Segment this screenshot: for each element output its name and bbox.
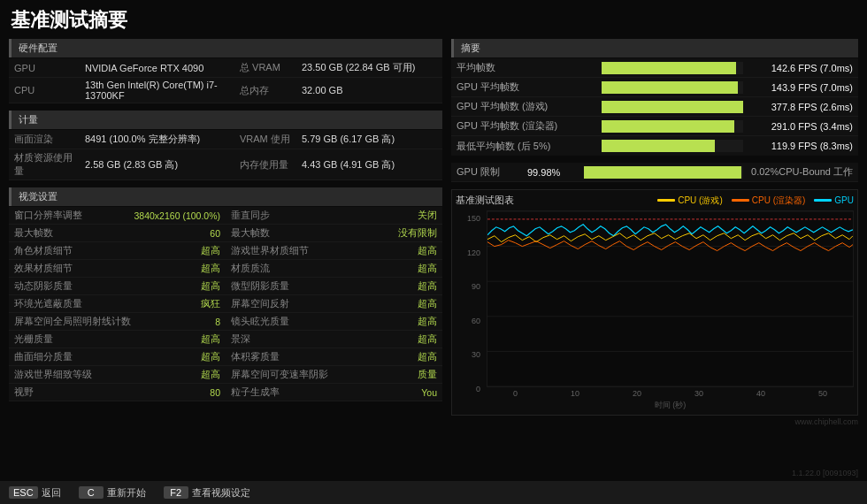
setting-label: 屏幕空间可变速率阴影 — [226, 368, 363, 382]
mat-label: 材质资源使用量 — [9, 149, 80, 179]
chart-header: 基准测试图表 CPU (游戏)CPU (渲染器)GPU — [456, 194, 854, 207]
summary-row-value: 291.0 FPS (3.4ms) — [747, 121, 853, 132]
calc-section-header: 计量 — [9, 111, 442, 129]
setting-label: 光栅质量 — [9, 332, 146, 347]
setting-row: 视野80 — [9, 384, 226, 401]
bottom-btn-f2[interactable]: F2查看视频设定 — [164, 486, 250, 500]
y-label-150: 150 — [456, 214, 482, 223]
legend-label: GPU — [834, 195, 854, 205]
chart-title: 基准测试图表 — [456, 194, 514, 207]
setting-row: 光栅质量超高 — [9, 331, 226, 348]
summary-row-value: 119.9 FPS (8.3ms) — [747, 141, 853, 151]
setting-label: 垂直同步 — [226, 209, 363, 223]
setting-value: 超高 — [363, 279, 442, 294]
gpu-limit-label: GPU 限制 — [457, 165, 527, 179]
mem-label: 内存使用量 — [234, 149, 296, 179]
setting-row: 效果材质细节超高 — [9, 260, 226, 278]
setting-row: 屏幕空间全局照明射线计数8 — [9, 313, 226, 331]
key-badge: F2 — [164, 486, 188, 499]
summary-row-value: 142.6 FPS (7.0ms) — [747, 63, 853, 73]
setting-label: 动态阴影质量 — [9, 279, 146, 294]
vram-label: 总 VRAM — [234, 58, 296, 77]
setting-row: 材质质流超高 — [226, 260, 442, 278]
gpu-limit-block: GPU 限制 99.98% 0.02%CPU-Bound 工作 — [451, 163, 858, 182]
setting-row: 最大帧数60 — [9, 225, 226, 242]
y-label-0: 0 — [456, 385, 482, 393]
setting-label: 屏幕空间反射 — [226, 297, 363, 311]
legend-item: GPU — [814, 195, 854, 207]
mem-value: 4.43 GB (4.91 GB 高) — [296, 149, 442, 179]
summary-row-value: 377.8 FPS (2.6ms) — [747, 102, 853, 112]
render-value: 8491 (100.0% 完整分辨率) — [80, 130, 226, 149]
y-label-30: 30 — [456, 350, 482, 359]
x-label-40: 40 — [756, 389, 765, 398]
summary-row: 平均帧数 142.6 FPS (7.0ms) — [451, 58, 858, 78]
summary-bar — [602, 81, 738, 94]
settings-grid: 窗口分辨率调整3840x2160 (100.0%)垂直同步关闭最大帧数60最大帧… — [9, 207, 442, 401]
summary-row: GPU 平均帧数 143.9 FPS (7.0ms) — [451, 78, 858, 97]
bottom-btn-c[interactable]: C重新开始 — [79, 486, 146, 500]
setting-row: 粒子生成率You — [226, 384, 442, 401]
setting-label: 最大帧数 — [9, 226, 146, 241]
gpu-value: NVIDIA GeForce RTX 4090 — [80, 58, 226, 77]
setting-value: 超高 — [363, 297, 442, 311]
y-label-60: 60 — [456, 317, 482, 325]
summary-row-label: 最低平均帧数 (后 5%) — [457, 140, 598, 153]
setting-row: 镜头眩光质量超高 — [226, 313, 442, 331]
table-row: CPU 13th Gen Intel(R) Core(TM) i7-13700K… — [9, 78, 442, 103]
setting-value: 8 — [146, 316, 226, 328]
summary-row-label: 平均帧数 — [457, 61, 598, 74]
setting-value: 没有限制 — [363, 226, 442, 241]
setting-label: 环境光遮蔽质量 — [9, 297, 146, 311]
summary-row-label: GPU 平均帧数 (游戏) — [457, 100, 598, 113]
signature: www.chiphell.com — [451, 417, 858, 426]
setting-label: 游戏世界材质细节 — [226, 244, 363, 258]
setting-label: 屏幕空间全局照明射线计数 — [9, 315, 146, 329]
summary-bar-container — [602, 120, 743, 133]
gpu-limit-value: 99.98% — [527, 167, 580, 178]
setting-value: 3840x2160 (100.0%) — [129, 210, 226, 222]
setting-value: 超高 — [363, 350, 442, 364]
cpu-bound-label: 0.02%CPU-Bound 工作 — [747, 165, 853, 179]
setting-row: 角色材质细节超高 — [9, 242, 226, 260]
btn-label: 返回 — [42, 486, 61, 500]
cpu-label: CPU — [9, 78, 80, 103]
summary-section-header: 摘要 — [451, 39, 858, 57]
summary-bar-container — [602, 140, 743, 152]
x-label-10: 10 — [571, 389, 579, 398]
left-panel: 硬件配置 GPU NVIDIA GeForce RTX 4090 总 VRAM … — [9, 39, 442, 426]
vram-use-value: 5.79 GB (6.17 GB 高) — [296, 130, 442, 149]
setting-label: 材质质流 — [226, 262, 363, 276]
bottom-bar: ESC返回C重新开始F2查看视频设定 — [0, 481, 867, 504]
legend-dot — [657, 199, 675, 202]
summary-row: 最低平均帧数 (后 5%) 119.9 FPS (8.3ms) — [451, 136, 858, 156]
summary-row-label: GPU 平均帧数 — [457, 80, 598, 94]
y-label-120: 120 — [456, 248, 482, 257]
x-label-0: 0 — [513, 389, 518, 398]
setting-row: 最大帧数没有限制 — [226, 225, 442, 242]
setting-value: 80 — [146, 386, 226, 399]
btn-label: 查看视频设定 — [192, 486, 250, 500]
setting-value: 超高 — [363, 315, 442, 329]
bottom-btn-esc[interactable]: ESC返回 — [9, 486, 61, 500]
setting-row: 景深超高 — [226, 331, 442, 348]
gpu-limit-row: GPU 限制 99.98% 0.02%CPU-Bound 工作 — [451, 163, 858, 182]
setting-label: 景深 — [226, 332, 363, 347]
y-label-90: 90 — [456, 282, 482, 291]
setting-row: 游戏世界细致等级超高 — [9, 366, 226, 384]
legend-item: CPU (渲染器) — [732, 195, 806, 207]
hardware-table: GPU NVIDIA GeForce RTX 4090 总 VRAM 23.50… — [9, 58, 442, 103]
setting-label: 角色材质细节 — [9, 244, 146, 258]
legend-dot — [732, 199, 749, 202]
setting-value: 超高 — [146, 350, 226, 364]
x-label-20: 20 — [633, 389, 641, 398]
setting-row: 微型阴影质量超高 — [226, 278, 442, 295]
vram-use-label: VRAM 使用 — [234, 130, 296, 149]
render-label: 画面渲染 — [9, 130, 80, 149]
setting-row: 垂直同步关闭 — [226, 207, 442, 225]
legend-label: CPU (渲染器) — [752, 195, 806, 207]
setting-value: You — [363, 386, 442, 399]
summary-bar — [602, 101, 743, 113]
setting-value: 超高 — [146, 262, 226, 276]
vram-value: 23.50 GB (22.84 GB 可用) — [296, 58, 442, 77]
